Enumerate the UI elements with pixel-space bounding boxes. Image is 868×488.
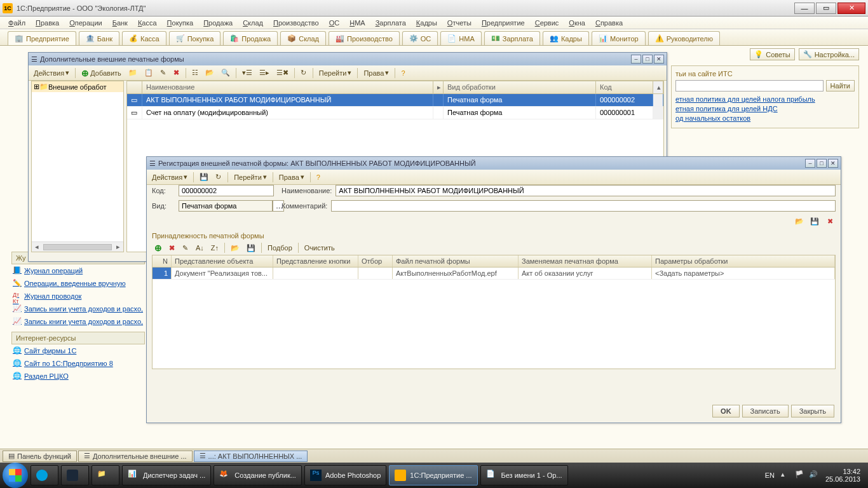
ok-button[interactable]: OK xyxy=(712,405,740,417)
move-to-group-button[interactable]: 📂 xyxy=(203,67,217,79)
tray-clock[interactable]: 13:42 25.06.2013 xyxy=(825,468,860,483)
menu-hr[interactable]: Кадры xyxy=(412,18,442,28)
tab-manager[interactable]: ⚠️Руководителю xyxy=(648,31,720,45)
col-btn[interactable]: Представление кнопки xyxy=(273,255,358,267)
row-add-button[interactable]: ⊕ xyxy=(152,242,165,254)
reg-save-button[interactable]: 💾 xyxy=(197,172,211,183)
menu-file[interactable]: Файл xyxy=(4,18,30,28)
link-1c-site[interactable]: 🌐Сайт фирмы 1С xyxy=(11,344,145,357)
col-prev-header[interactable]: ▸ xyxy=(433,81,444,93)
menu-operations[interactable]: Операции xyxy=(65,18,106,28)
setup-button[interactable]: 🔧Настройка... xyxy=(799,48,859,60)
wtab-external-forms[interactable]: ☰Дополнительные внешние ... xyxy=(78,451,193,462)
grid-row-2[interactable]: ▭ Счет на оплату (модифицированный) Печа… xyxy=(127,107,663,119)
menu-purchase[interactable]: Покупка xyxy=(163,18,198,28)
link-manual-operations[interactable]: ✏️Операции, введенные вручную xyxy=(11,277,145,290)
reg-actions-menu[interactable]: Действия ▾ xyxy=(149,172,190,183)
menu-bank[interactable]: Банк xyxy=(108,18,132,28)
grid-row-1[interactable]: ▭ АКТ ВЫПОЛННЕННЫХ РАБОТ МОДИФИЦИРОВАННЫ… xyxy=(127,94,663,107)
menu-os[interactable]: ОС xyxy=(325,18,344,28)
menu-nma[interactable]: НМА xyxy=(345,18,369,28)
link-journal-postings[interactable]: ДтКтЖурнал проводок xyxy=(11,290,145,302)
filter-button[interactable]: ▾☰ xyxy=(240,67,255,79)
start-button[interactable] xyxy=(3,463,28,488)
minimize-button[interactable]: — xyxy=(794,3,815,14)
taskbar-steam[interactable] xyxy=(61,465,89,485)
link-income-expense-2[interactable]: 📈Запись книги учета доходов и расхо, xyxy=(11,315,145,328)
its-search-input[interactable] xyxy=(675,80,824,92)
mark-delete-button[interactable]: ✖ xyxy=(171,67,182,79)
row-open-folder-button[interactable]: 📂 xyxy=(228,242,242,254)
clear-button[interactable]: Очистить xyxy=(302,242,337,254)
tray-lang[interactable]: EN xyxy=(765,471,775,479)
tree-scrollbar[interactable]: ◂▸ xyxy=(32,241,123,252)
child-minimize-button[interactable]: – xyxy=(631,55,641,64)
tray-speaker-icon[interactable]: 🔊 xyxy=(809,470,819,480)
menu-cash[interactable]: Касса xyxy=(133,18,161,28)
copy-button[interactable]: 📋 xyxy=(142,67,156,79)
col-code-header[interactable]: Код xyxy=(596,81,653,93)
actions-menu-button[interactable]: Действия ▾ xyxy=(31,67,72,79)
link-1c-enterprise-site[interactable]: 🌐Сайт по 1С:Предприятию 8 xyxy=(11,357,145,370)
menu-windows[interactable]: Окна xyxy=(564,18,590,28)
taskbar-1c[interactable]: 1С:Предприятие ... xyxy=(389,465,477,485)
child-maximize-button[interactable]: □ xyxy=(642,55,653,64)
wtab-registration[interactable]: ☰...: АКТ ВЫПОЛННЕННЫХ ... xyxy=(194,451,308,462)
its-link-3[interactable]: од начальных остатков xyxy=(675,114,855,122)
add-button[interactable]: ⊕Добавить xyxy=(79,67,124,79)
col-repl[interactable]: Заменяемая печатная форма xyxy=(519,255,652,267)
close-dialog-button[interactable]: Закрыть xyxy=(791,405,834,417)
find-button-1[interactable]: 🔍 xyxy=(219,67,233,79)
reg-help-button[interactable]: ? xyxy=(314,172,325,183)
taskbar-firefox[interactable]: 🦊Создание публик... xyxy=(214,465,302,485)
maximize-button[interactable]: ▭ xyxy=(816,3,836,14)
col-sel[interactable]: Отбор xyxy=(358,255,393,267)
save-file-button[interactable]: 💾 xyxy=(809,215,820,227)
tips-button[interactable]: 💡Советы xyxy=(750,48,794,60)
menu-sale[interactable]: Продажа xyxy=(199,18,237,28)
filter-by-button[interactable]: ☰▸ xyxy=(257,67,272,79)
link-income-expense-1[interactable]: 📈Запись книги учета доходов и расхо, xyxy=(11,302,145,315)
tab-purchase[interactable]: 🛒Покупка xyxy=(169,31,221,45)
refresh-button[interactable]: ↻ xyxy=(298,67,309,79)
hierarchy-button[interactable]: ☷ xyxy=(189,67,201,79)
tab-warehouse[interactable]: 📦Склад xyxy=(280,31,326,45)
col-name-header[interactable]: Наименование xyxy=(142,81,433,93)
child2-close-button[interactable]: ✕ xyxy=(828,159,838,168)
menu-reports[interactable]: Отчеты xyxy=(443,18,476,28)
grid-scroll-up[interactable]: ▴ xyxy=(653,81,663,93)
taskbar-hp[interactable] xyxy=(31,465,58,485)
rights-menu-button[interactable]: Права ▾ xyxy=(361,67,391,79)
child2-minimize-button[interactable]: – xyxy=(805,159,815,168)
menu-production[interactable]: Производство xyxy=(269,18,323,28)
reg-rights-menu[interactable]: Права ▾ xyxy=(276,172,307,183)
add-folder-button[interactable]: 📁 xyxy=(126,67,140,79)
row-sort-desc-button[interactable]: Z↑ xyxy=(208,242,221,254)
tree-root-item[interactable]: ⊞ 📁 Внешние обработ xyxy=(32,81,123,92)
tray-action-center-icon[interactable]: 🏳️ xyxy=(795,470,805,480)
code-input[interactable] xyxy=(179,185,274,196)
row-save-button[interactable]: 💾 xyxy=(244,242,258,254)
col-par[interactable]: Параметры обработки xyxy=(652,255,835,267)
its-link-2[interactable]: етная политика для целей НДС xyxy=(675,105,855,112)
close-button[interactable]: ✕ xyxy=(837,3,865,14)
menu-salary[interactable]: Зарплата xyxy=(371,18,410,28)
kind-input[interactable] xyxy=(179,200,273,212)
forms-tree[interactable]: ⊞ 📁 Внешние обработ ◂▸ xyxy=(31,81,124,252)
link-journal-operations[interactable]: 📘Журнал операций xyxy=(11,264,145,277)
name-input[interactable] xyxy=(336,185,836,196)
podbor-button[interactable]: Подбор xyxy=(265,242,295,254)
row-sort-asc-button[interactable]: A↓ xyxy=(193,242,207,254)
link-rcko[interactable]: 🌐Раздел РЦКО xyxy=(11,370,145,383)
goto-menu-button[interactable]: Перейти ▾ xyxy=(316,67,355,79)
its-link-1[interactable]: етная политика для целей налога прибыль xyxy=(675,95,855,103)
taskbar-taskmgr[interactable]: 📊Диспетчер задач ... xyxy=(122,465,211,485)
tray-show-hidden-icon[interactable]: ▴ xyxy=(781,470,791,480)
expand-icon[interactable]: ⊞ xyxy=(34,83,39,91)
taskbar-photoshop[interactable]: PsAdobe Photoshop xyxy=(304,465,386,485)
open-file-button[interactable]: 📂 xyxy=(794,215,805,227)
taskbar-openoffice[interactable]: 📄Без имени 1 - Op... xyxy=(480,465,568,485)
filter-off-button[interactable]: ☰✖ xyxy=(274,67,291,79)
help-button[interactable]: ? xyxy=(398,67,410,79)
comment-input[interactable] xyxy=(331,200,836,212)
